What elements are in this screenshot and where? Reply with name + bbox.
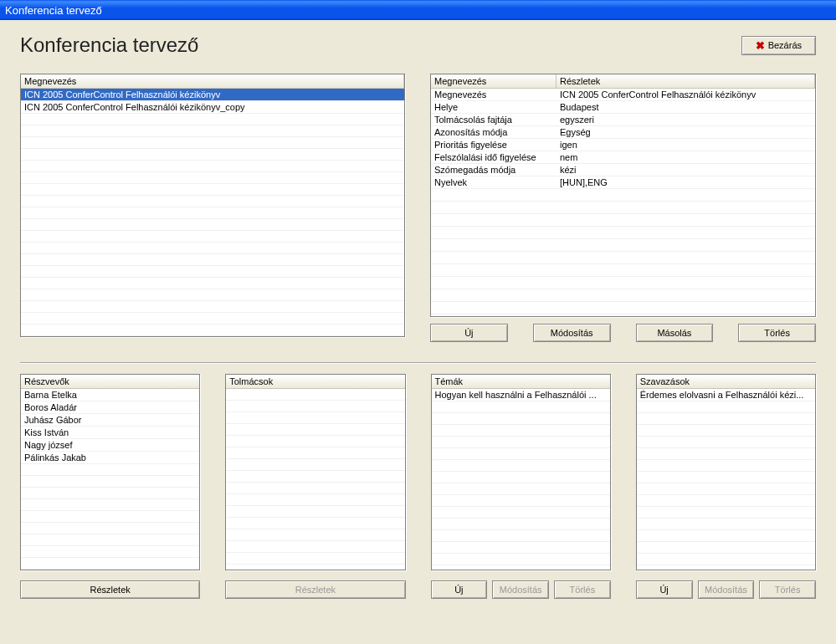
details-row: [431, 202, 815, 214]
details-row: Szómegadás módjakézi: [431, 164, 815, 176]
interpreter-row: [226, 471, 404, 483]
details-row: [431, 252, 815, 264]
participant-row: [21, 546, 199, 558]
details-row: [431, 277, 815, 289]
new-button[interactable]: Új: [430, 324, 508, 342]
details-panel: Megnevezés Részletek MegnevezésICN 2005 …: [430, 74, 816, 317]
participants-list[interactable]: Részvevők Barna EtelkaBoros AladárJuhász…: [20, 374, 200, 570]
participant-row[interactable]: Juhász Gábor: [21, 414, 199, 427]
topics-delete-button: Törlés: [554, 580, 611, 599]
vote-row: [637, 530, 815, 542]
interpreter-row: [226, 553, 404, 565]
vote-row: [637, 413, 815, 425]
close-button[interactable]: ✖ Bezárás: [741, 36, 816, 55]
topic-row[interactable]: Hogyan kell használni a Felhasználói ...: [432, 389, 610, 401]
copy-button[interactable]: Másolás: [636, 324, 714, 342]
vote-row[interactable]: Érdemes elolvasni a Felhasználói kézi...: [637, 389, 815, 401]
details-row: Felszólalási idő figyelésenem: [431, 151, 815, 164]
vote-row: [637, 554, 815, 565]
participant-row[interactable]: Boros Aladár: [21, 401, 199, 414]
interpreter-row: [226, 424, 404, 436]
topic-row: [432, 437, 610, 448]
details-row: MegnevezésICN 2005 ConferControl Felhasz…: [431, 89, 815, 101]
conference-row: [21, 254, 404, 266]
details-row: [431, 264, 815, 277]
delete-button[interactable]: Törlés: [738, 324, 816, 342]
votes-new-button[interactable]: Új: [636, 580, 693, 599]
conference-row: [21, 137, 404, 149]
participant-row: [21, 558, 199, 570]
conference-row: [21, 325, 404, 336]
votes-header: Szavazások: [637, 375, 815, 389]
participants-details-button[interactable]: Részletek: [20, 580, 200, 599]
topic-row: [432, 519, 610, 530]
topic-row: [432, 554, 610, 565]
conference-row[interactable]: ICN 2005 ConferControl Felhasználói kézi…: [21, 89, 404, 101]
conference-row: [21, 196, 404, 207]
modify-button[interactable]: Módosítás: [533, 324, 611, 342]
conference-row: [21, 301, 404, 313]
participant-row: [21, 476, 199, 488]
topic-row: [432, 460, 610, 472]
topics-modify-button: Módosítás: [492, 580, 549, 599]
conference-list[interactable]: Megnevezés ICN 2005 ConferControl Felhas…: [20, 74, 405, 337]
topics-new-button[interactable]: Új: [431, 580, 488, 599]
vote-row: [637, 425, 815, 437]
interpreter-row: [226, 401, 404, 412]
interpreter-row: [226, 436, 404, 447]
topic-row: [432, 495, 610, 507]
window-title: Konferencia tervező: [5, 4, 102, 17]
details-header-label: Megnevezés: [431, 74, 556, 89]
conference-row: [21, 243, 404, 254]
participants-header: Részvevők: [21, 375, 199, 389]
window-titlebar: Konferencia tervező: [0, 0, 836, 20]
details-row: Azonosítás módjaEgység: [431, 126, 815, 139]
participant-row: [21, 534, 199, 546]
conference-row[interactable]: ICN 2005 ConferControl Felhasználói kézi…: [21, 101, 404, 114]
interpreters-header: Tolmácsok: [226, 375, 404, 389]
votes-list[interactable]: Szavazások Érdemes elolvasni a Felhaszná…: [636, 374, 816, 570]
vote-row: [637, 542, 815, 554]
participant-row[interactable]: Kiss István: [21, 427, 199, 439]
details-row: Prioritás figyeléseigen: [431, 139, 815, 151]
topic-row: [432, 542, 610, 554]
details-row: [431, 239, 815, 252]
topic-row: [432, 448, 610, 460]
conference-row: [21, 125, 404, 137]
participant-row: [21, 499, 199, 511]
vote-row: [637, 495, 815, 507]
topics-list[interactable]: Témák Hogyan kell használni a Felhasznál…: [431, 374, 611, 570]
details-row: Tolmácsolás fajtájaegyszeri: [431, 114, 815, 126]
details-row: [431, 289, 815, 302]
interpreter-row: [226, 529, 404, 541]
participant-row[interactable]: Nagy józsef: [21, 439, 199, 452]
details-row: [431, 227, 815, 239]
details-header-value: Részletek: [556, 74, 815, 89]
participant-row: [21, 464, 199, 476]
participant-row[interactable]: Pálinkás Jakab: [21, 452, 199, 464]
interpreter-row: [226, 494, 404, 506]
interpreters-list[interactable]: Tolmácsok: [225, 374, 405, 570]
participant-row: [21, 523, 199, 534]
interpreter-row: [226, 389, 404, 401]
vote-row: [637, 460, 815, 472]
vote-row: [637, 437, 815, 448]
details-row: [431, 214, 815, 227]
interpreter-row: [226, 412, 404, 424]
details-row: HelyeBudapest: [431, 101, 815, 114]
interpreter-row: [226, 541, 404, 553]
participant-row[interactable]: Barna Etelka: [21, 389, 199, 401]
details-row: [431, 314, 815, 316]
votes-modify-button: Módosítás: [698, 580, 755, 599]
details-row: [431, 302, 815, 314]
interpreter-row: [226, 483, 404, 494]
conference-list-header: Megnevezés: [21, 74, 404, 89]
topic-row: [432, 425, 610, 437]
interpreter-row: [226, 447, 404, 459]
close-button-label: Bezárás: [768, 40, 802, 50]
participant-row: [21, 488, 199, 499]
conference-row: [21, 231, 404, 243]
details-row: Nyelvek[HUN],ENG: [431, 176, 815, 189]
topic-row: [432, 401, 610, 413]
interpreter-row: [226, 518, 404, 529]
